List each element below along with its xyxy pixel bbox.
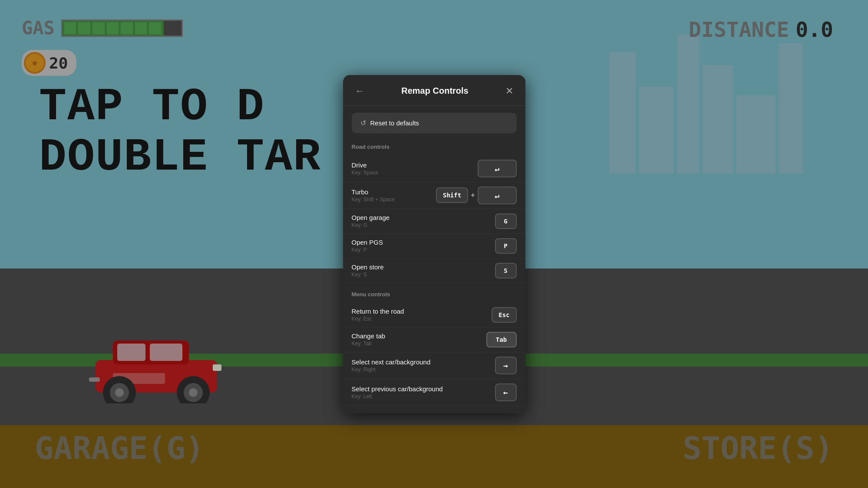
remap-controls-modal: ← Remap Controls ✕ ↺ Reset to defaults R… — [343, 75, 525, 413]
key-btn-store-s[interactable]: S — [495, 263, 517, 278]
control-keys-next-car: → — [495, 357, 517, 374]
control-row-next-car: Select next car/background Key: Right → — [343, 352, 525, 379]
control-key-store: Key: S — [352, 272, 384, 278]
key-btn-turbo-shift[interactable]: Shift — [436, 187, 468, 203]
control-key-prev-car: Key: Left — [352, 393, 443, 400]
control-name-return: Return to the road — [352, 308, 404, 315]
control-info-prev-car: Select previous car/background Key: Left — [352, 385, 443, 400]
control-info-garage: Open garage Key: G — [352, 214, 390, 228]
modal-header: ← Remap Controls ✕ — [343, 75, 525, 106]
key-btn-next-car-right[interactable]: → — [495, 357, 517, 374]
reset-defaults-button[interactable]: ↺ Reset to defaults — [352, 113, 517, 133]
close-button[interactable]: ✕ — [502, 84, 517, 98]
modal-overlay: ← Remap Controls ✕ ↺ Reset to defaults R… — [0, 0, 868, 488]
control-keys-garage: G — [495, 213, 517, 229]
control-key-pgs: Key: P — [352, 247, 383, 253]
control-info-next-car: Select next car/background Key: Right — [352, 358, 431, 373]
road-controls-section-label: Road controls — [343, 140, 525, 155]
enter-icon-turbo: ↵ — [495, 191, 499, 200]
control-keys-return: Esc — [492, 307, 516, 323]
control-row-turbo: Turbo Key: Shift + Space Shift + ↵ — [343, 182, 525, 209]
control-info-return: Return to the road Key: Esc — [352, 308, 404, 322]
enter-icon: ↵ — [495, 164, 499, 173]
control-keys-drive: ↵ — [478, 160, 517, 177]
control-key-garage: Key: G — [352, 222, 390, 228]
control-name-garage: Open garage — [352, 214, 390, 221]
control-key-tab: Key: Tab — [352, 341, 386, 347]
reset-label: Reset to defaults — [370, 119, 419, 127]
control-row-pgs: Open PGS Key: P P — [343, 234, 525, 259]
control-info-turbo: Turbo Key: Shift + Space — [352, 188, 395, 203]
back-button[interactable]: ← — [352, 84, 368, 98]
control-keys-store: S — [495, 263, 517, 278]
key-btn-pgs-p[interactable]: P — [495, 238, 517, 254]
control-keys-prev-car: ← — [495, 383, 517, 401]
control-name-pgs: Open PGS — [352, 239, 383, 246]
control-keys-turbo: Shift + ↵ — [436, 187, 517, 204]
control-row-tab: Change tab Key: Tab Tab — [343, 328, 525, 352]
key-btn-garage-g[interactable]: G — [495, 213, 517, 229]
control-info-pgs: Open PGS Key: P — [352, 239, 383, 253]
control-row-return: Return to the road Key: Esc Esc — [343, 303, 525, 328]
control-keys-pgs: P — [495, 238, 517, 254]
key-btn-turbo-space[interactable]: ↵ — [478, 187, 517, 204]
control-row-store: Open store Key: S S — [343, 259, 525, 283]
menu-controls-section-label: Menu controls — [343, 288, 525, 303]
control-info-tab: Change tab Key: Tab — [352, 332, 386, 347]
key-btn-return-esc[interactable]: Esc — [492, 307, 516, 323]
control-row-prev-car: Select previous car/background Key: Left… — [343, 379, 525, 406]
control-name-drive: Drive — [352, 161, 378, 169]
modal-title: Remap Controls — [368, 86, 502, 96]
plus-sign: + — [471, 191, 475, 199]
control-info-drive: Drive Key: Space — [352, 161, 378, 176]
reset-icon: ↺ — [360, 119, 366, 127]
control-name-prev-car: Select previous car/background — [352, 385, 443, 393]
control-info-store: Open store Key: S — [352, 263, 384, 278]
control-name-next-car: Select next car/background — [352, 358, 431, 366]
key-btn-prev-car-left[interactable]: ← — [495, 383, 517, 401]
control-key-return: Key: Esc — [352, 316, 404, 322]
key-btn-tab-tab[interactable]: Tab — [486, 332, 517, 347]
control-name-store: Open store — [352, 263, 384, 271]
key-btn-drive-space[interactable]: ↵ — [478, 160, 517, 177]
control-key-next-car: Key: Right — [352, 367, 431, 373]
control-name-turbo: Turbo — [352, 188, 395, 196]
control-row-garage: Open garage Key: G G — [343, 209, 525, 234]
control-keys-tab: Tab — [486, 332, 517, 347]
control-key-turbo: Key: Shift + Space — [352, 197, 395, 203]
control-name-tab: Change tab — [352, 332, 386, 340]
control-key-drive: Key: Space — [352, 170, 378, 176]
control-row-drive: Drive Key: Space ↵ — [343, 155, 525, 182]
